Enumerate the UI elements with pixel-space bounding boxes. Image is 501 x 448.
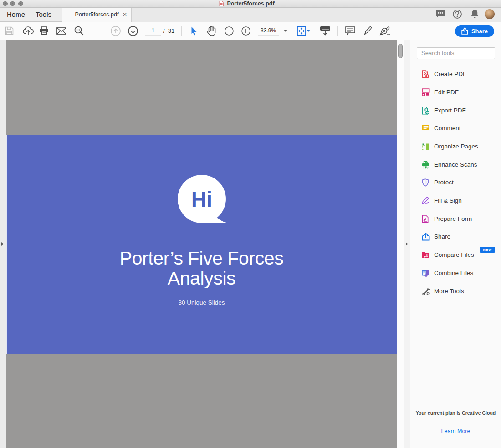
svg-text:Hi: Hi <box>191 188 212 211</box>
